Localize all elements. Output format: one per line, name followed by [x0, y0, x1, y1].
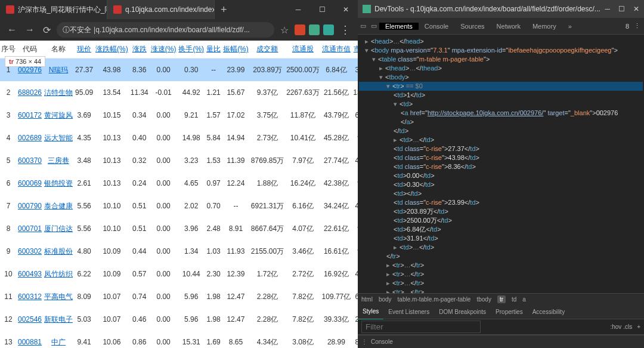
devtools-tab-elements[interactable]: Elements: [379, 23, 419, 30]
menu-icon[interactable]: ⋮: [338, 21, 353, 39]
cell[interactable]: 600312: [17, 285, 43, 308]
tree-node[interactable]: ▾<td>: [359, 100, 643, 109]
col-header[interactable]: 市盈率: [352, 41, 358, 58]
devtools-tab-console[interactable]: Console: [419, 23, 454, 30]
tree-node[interactable]: ▾<table class="m-table m-pager-table">: [359, 55, 643, 64]
tree-node[interactable]: <a href="http://stockpage.10jqka.com.cn/…: [359, 109, 643, 118]
col-header[interactable]: 振幅(%): [222, 41, 250, 58]
col-header[interactable]: 名称: [43, 41, 74, 58]
settings-icon[interactable]: ⋮: [634, 22, 640, 30]
inspect-icon[interactable]: ▭: [358, 22, 369, 30]
cell[interactable]: 002689: [17, 127, 43, 149]
cell[interactable]: 000881: [17, 331, 43, 348]
extension-icon[interactable]: [323, 24, 334, 35]
tree-node[interactable]: <td class="c-rise">8.36</td>: [359, 162, 643, 171]
table-row[interactable]: 11600312平高电气8.0910.070.740.005.961.9812.…: [0, 285, 358, 308]
cell[interactable]: 000790: [17, 195, 43, 217]
col-header[interactable]: 现价: [74, 41, 94, 58]
forward-button[interactable]: →: [23, 22, 37, 38]
tree-node[interactable]: <td class="c-rise">43.98</td>: [359, 153, 643, 162]
tree-node[interactable]: <td>0.00</td>: [359, 171, 643, 180]
cell[interactable]: 远大智能: [43, 127, 74, 149]
table-row[interactable]: 3600172黄河旋风3.6910.150.340.009.211.5717.0…: [0, 104, 358, 127]
reload-button[interactable]: ⟳: [41, 22, 53, 38]
devtools-tab-network[interactable]: Network: [491, 23, 527, 30]
tree-node[interactable]: ▾<tbody>: [359, 73, 643, 82]
table-row[interactable]: 6600069银鸽投资2.6110.130.240.004.650.9712.2…: [0, 172, 358, 195]
tree-node[interactable]: <td>31.91</td>: [359, 234, 643, 243]
cell[interactable]: 三房巷: [43, 149, 74, 172]
table-row[interactable]: 4002689远大智能4.3510.130.400.0014.985.8414.…: [0, 127, 358, 149]
cell[interactable]: N瑞玛: [43, 58, 74, 82]
tree-node[interactable]: <td>1</td>: [359, 91, 643, 100]
breadcrumb-item[interactable]: table.m-table.m-pager-table: [398, 296, 471, 303]
minimize-button[interactable]: ─: [286, 0, 310, 19]
col-header[interactable]: 流通股: [285, 41, 320, 58]
maximize-button[interactable]: ☐: [618, 5, 625, 13]
cell[interactable]: 凤竹纺织: [43, 263, 74, 285]
tree-node[interactable]: </tr>: [359, 252, 643, 261]
tree-node[interactable]: ▸<tr>…</tr>: [359, 288, 643, 293]
col-header[interactable]: 成交额: [250, 41, 285, 58]
back-button[interactable]: ←: [5, 22, 19, 38]
tree-node[interactable]: <td></td>: [359, 189, 643, 198]
tree-node[interactable]: </a>: [359, 118, 643, 127]
cell[interactable]: 中广: [43, 331, 74, 348]
table-row[interactable]: 1002976N瑞玛27.3743.988.360.000.30--23.992…: [0, 58, 358, 82]
breadcrumb-item[interactable]: a: [522, 296, 526, 303]
cell[interactable]: 600370: [17, 149, 43, 172]
tree-node[interactable]: ▾<body mpa-version="7.3.1" mpa-extension…: [359, 46, 643, 55]
tree-node[interactable]: ▸<tr>…</tr>: [359, 279, 643, 288]
cell[interactable]: 600302: [17, 240, 43, 263]
tree-node[interactable]: ▾<tr> == $0: [359, 82, 643, 91]
cell[interactable]: 600172: [17, 104, 43, 127]
cell[interactable]: 平高电气: [43, 285, 74, 308]
star-icon[interactable]: ☆: [278, 22, 291, 38]
breadcrumb-item[interactable]: tr: [497, 295, 506, 303]
col-header[interactable]: 涨速(%): [150, 41, 178, 58]
minimize-button[interactable]: ─: [605, 5, 610, 13]
col-header[interactable]: 流通市值: [321, 41, 352, 58]
device-icon[interactable]: ▭: [369, 22, 379, 30]
cell[interactable]: 600069: [17, 172, 43, 195]
tree-node[interactable]: <td class="c-rise">23.99</td>: [359, 198, 643, 207]
console-drawer-bar[interactable]: ⋮ Console: [358, 335, 644, 348]
table-row[interactable]: 5600370三房巷3.4810.130.320.003.231.5311.39…: [0, 149, 358, 172]
table-row[interactable]: 13000881中广9.4110.060.860.0015.311.698.65…: [0, 331, 358, 348]
cell[interactable]: 000701: [17, 217, 43, 240]
tree-node[interactable]: ▸<head>…</head>: [359, 37, 643, 46]
more-tabs-icon[interactable]: »: [562, 18, 578, 35]
tree-node[interactable]: ▸<tr>…</tr>: [359, 270, 643, 279]
cell[interactable]: 泰合健康: [43, 195, 74, 217]
filter-input[interactable]: [361, 321, 481, 333]
close-button[interactable]: ✕: [334, 0, 358, 19]
table-row[interactable]: 12002546新联电子5.0310.070.460.005.961.9812.…: [0, 308, 358, 331]
tree-node[interactable]: ▸<td>…</td>: [359, 243, 643, 252]
cell[interactable]: 688026: [17, 81, 43, 104]
styles-tab[interactable]: Properties: [491, 305, 528, 319]
styles-tab[interactable]: DOM Breakpoints: [434, 305, 491, 319]
table-row[interactable]: 2688026洁特生物95.0913.5411.34-0.0144.921.21…: [0, 81, 358, 104]
browser-tab-1[interactable]: q.10jqka.com.cn/index/index/ ×: [107, 0, 215, 19]
tree-node[interactable]: </td>: [359, 127, 643, 135]
error-count-badge[interactable]: 8: [626, 23, 629, 30]
devtools-tab-memory[interactable]: Memory: [527, 23, 562, 30]
table-row[interactable]: 9600302标准股份4.8010.090.440.001.341.0311.9…: [0, 240, 358, 263]
browser-tab-0[interactable]: 沪深市场_同花顺行情中心_同花... ×: [0, 0, 107, 19]
extension-icon[interactable]: [295, 24, 305, 35]
table-row[interactable]: 8000701厦门信达5.5610.100.510.003.962.488.91…: [0, 217, 358, 240]
new-tab-button[interactable]: +: [215, 0, 233, 19]
tree-node[interactable]: ▸<td>…</td>: [359, 135, 643, 144]
cell[interactable]: 002546: [17, 308, 43, 331]
url-input[interactable]: ⓘ 不安全 | q.10jqka.com.cn/index/index/boar…: [57, 22, 274, 38]
col-header[interactable]: 涨跌幅(%): [94, 41, 129, 58]
col-header[interactable]: 涨跌: [129, 41, 150, 58]
cell[interactable]: 600493: [17, 263, 43, 285]
extension-icon[interactable]: [309, 24, 320, 35]
tree-node[interactable]: ▸<thead>…</thead>: [359, 64, 643, 73]
cell[interactable]: 黄河旋风: [43, 104, 74, 127]
tree-node[interactable]: <td>0.30</td>: [359, 180, 643, 189]
cell[interactable]: 厦门信达: [43, 217, 74, 240]
breadcrumb-item[interactable]: tbody: [476, 296, 491, 303]
col-header[interactable]: 量比: [205, 41, 222, 58]
